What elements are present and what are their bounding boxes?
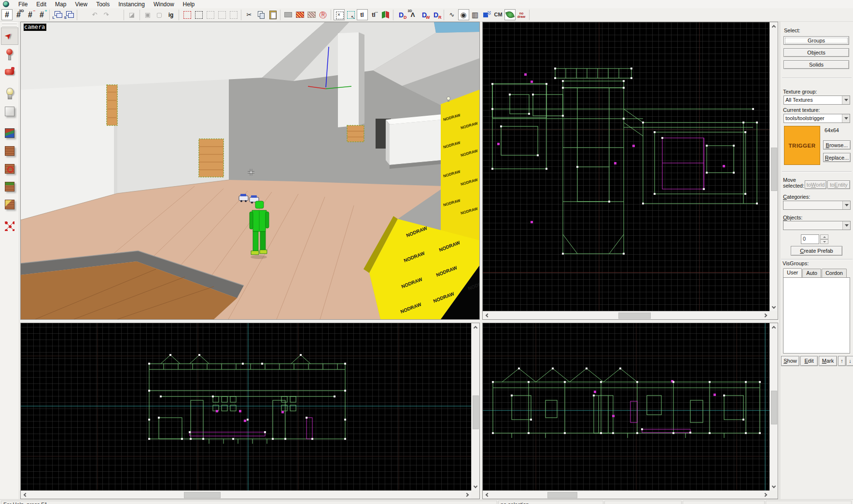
viewport-2d-side[interactable] <box>482 323 778 499</box>
tool-magnify[interactable] <box>1 45 18 63</box>
visgroup-show-button[interactable]: Show <box>781 356 799 366</box>
move-down-icon[interactable]: ↓ <box>846 356 853 366</box>
vertical-scrollbar[interactable] <box>769 22 778 311</box>
scrollbar-thumb[interactable] <box>473 395 479 429</box>
scroll-down-icon[interactable] <box>770 483 778 490</box>
spinner-down-icon[interactable] <box>820 239 828 244</box>
viewport-2d-top[interactable] <box>482 22 778 320</box>
scroll-left-icon[interactable] <box>483 491 490 499</box>
scroll-up-icon[interactable] <box>770 323 778 331</box>
spinner-up-icon[interactable] <box>820 234 828 239</box>
scrollbar-thumb[interactable] <box>771 148 777 191</box>
vertical-scrollbar[interactable] <box>471 323 479 490</box>
scroll-right-icon[interactable] <box>762 491 769 499</box>
copy-icon[interactable] <box>255 9 266 20</box>
viewport-2d-front[interactable] <box>20 323 480 499</box>
vertex-handles[interactable] <box>492 368 761 434</box>
hollow-icon[interactable] <box>205 9 216 20</box>
paste-icon[interactable] <box>267 9 278 20</box>
dropdown-arrow-icon[interactable] <box>842 221 850 230</box>
scrollbar-thumb[interactable] <box>184 492 221 498</box>
visgroups-list[interactable] <box>783 277 850 354</box>
toggle-3d-grid-icon[interactable]: #3D <box>13 9 24 20</box>
replace-button[interactable]: Replace... <box>823 153 851 162</box>
tool-block[interactable] <box>1 103 18 120</box>
menu-instancing[interactable]: Instancing <box>114 0 149 8</box>
prefab-count-spinner[interactable] <box>820 234 828 244</box>
scroll-right-icon[interactable] <box>762 312 769 319</box>
scroll-down-icon[interactable] <box>770 303 778 311</box>
scroll-right-icon[interactable] <box>463 491 471 499</box>
scrollbar-thumb[interactable] <box>618 313 651 319</box>
ignore-groups-icon[interactable]: ig <box>166 9 177 20</box>
select-groups-button[interactable]: Groups <box>783 36 849 45</box>
scrollbar-thumb[interactable] <box>547 492 577 498</box>
menu-file[interactable]: File <box>14 0 32 8</box>
menu-window[interactable]: Window <box>149 0 179 8</box>
texture-lock-icon[interactable]: tl <box>357 9 368 20</box>
ungroup-icon[interactable]: ▢ <box>154 9 165 20</box>
tool-vertex[interactable] <box>1 218 18 235</box>
model-render-icon[interactable]: ◉ <box>458 9 469 20</box>
quick-hide-icon[interactable] <box>294 9 306 20</box>
toggle-detail-icon[interactable]: DD <box>396 9 407 20</box>
dropdown-arrow-icon[interactable] <box>842 96 850 104</box>
browse-button[interactable]: Browse... <box>823 140 851 150</box>
menu-tools[interactable]: Tools <box>92 0 114 8</box>
select-solids-button[interactable]: Solids <box>783 60 849 69</box>
vertex-handles[interactable] <box>491 68 758 255</box>
tool-apply-texture[interactable] <box>1 142 18 160</box>
scroll-down-icon[interactable] <box>472 483 479 490</box>
save-window-state-icon[interactable]: S <box>64 9 75 20</box>
menu-help[interactable]: Help <box>179 0 199 8</box>
tool-apply-overlays[interactable] <box>1 178 18 195</box>
select-box-icon[interactable]: × <box>334 9 345 20</box>
2d-side-canvas[interactable] <box>483 323 769 490</box>
toggle-grid-icon[interactable]: # <box>1 9 13 20</box>
scroll-left-icon[interactable] <box>483 312 490 319</box>
cordon-edit-icon[interactable] <box>182 9 193 20</box>
hollow-box-icon[interactable] <box>216 9 227 20</box>
menu-view[interactable]: View <box>70 0 92 8</box>
scroll-up-icon[interactable] <box>472 323 479 331</box>
smaller-grid-icon[interactable]: #− <box>25 9 36 20</box>
2d-top-canvas[interactable] <box>483 22 769 311</box>
fade-distance-icon[interactable] <box>481 9 492 20</box>
dropdown-arrow-icon[interactable] <box>842 201 850 209</box>
hide-selected-icon[interactable] <box>283 9 294 20</box>
tool-texture-application[interactable] <box>1 124 18 142</box>
tab-auto[interactable]: Auto <box>802 269 821 277</box>
load-window-state-icon[interactable]: L <box>52 9 63 20</box>
horizontal-scrollbar[interactable] <box>483 311 769 319</box>
tool-clipping[interactable] <box>1 196 18 213</box>
tool-apply-decals[interactable] <box>1 160 18 177</box>
hide-nodraw-icon[interactable]: nodraw <box>516 9 527 20</box>
carve-icon[interactable]: ◪ <box>126 9 138 20</box>
objects-dropdown[interactable] <box>783 221 851 230</box>
prefab-count-field[interactable]: 0 <box>801 234 819 244</box>
undo-icon[interactable]: ↶ <box>89 9 100 20</box>
horizontal-scrollbar[interactable] <box>21 490 471 499</box>
menu-edit[interactable]: Edit <box>32 0 51 8</box>
foliage-icon[interactable] <box>504 9 516 20</box>
displacement-mask-icon[interactable]: Λ3D <box>407 9 419 20</box>
create-prefab-button[interactable]: Create Prefab <box>791 246 842 256</box>
radius-culling-icon[interactable]: Ⓡ <box>318 9 329 20</box>
quick-unhide-icon[interactable] <box>306 9 317 20</box>
group-icon[interactable]: ▣ <box>142 9 154 20</box>
viewport-3d-camera[interactable]: NODRAW NODRAW NODRAW NODRAW NODRAW NODRA… <box>20 22 480 320</box>
flip-objects-icon[interactable] <box>380 9 391 20</box>
move-up-icon[interactable]: ↑ <box>838 356 846 366</box>
cordon-toggle-icon[interactable] <box>193 9 204 20</box>
tool-selection[interactable] <box>1 27 18 45</box>
tool-entity[interactable] <box>1 85 18 102</box>
vertical-scrollbar[interactable] <box>769 323 778 490</box>
tab-user[interactable]: User <box>783 268 802 277</box>
menu-map[interactable]: Map <box>51 0 70 8</box>
texture-preview[interactable]: TRIGGER <box>784 126 820 165</box>
model-fade-preview-icon[interactable]: ▥ <box>470 9 481 20</box>
2d-front-canvas[interactable] <box>21 323 471 490</box>
scrollbar-thumb[interactable] <box>771 391 777 424</box>
horizontal-scrollbar[interactable] <box>483 490 769 499</box>
visgroup-mark-button[interactable]: Mark <box>819 356 837 366</box>
